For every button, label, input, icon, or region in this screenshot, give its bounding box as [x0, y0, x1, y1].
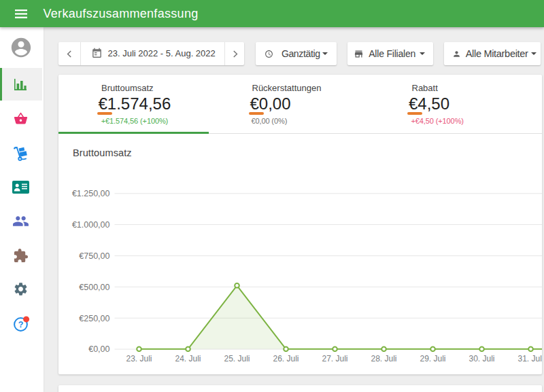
svg-text:€0,00: €0,00: [88, 344, 109, 354]
svg-text:€1.000,00: €1.000,00: [71, 220, 109, 230]
svg-text:26. Juli: 26. Juli: [273, 354, 299, 363]
svg-text:30. Juli: 30. Juli: [469, 354, 494, 363]
svg-text:31. Juli: 31. Juli: [517, 354, 542, 363]
svg-text:29. Juli: 29. Juli: [420, 354, 445, 363]
svg-text:27. Juli: 27. Juli: [322, 354, 347, 363]
svg-text:23. Juli: 23. Juli: [126, 354, 152, 363]
svg-text:?: ?: [18, 320, 24, 329]
svg-text:25. Juli: 25. Juli: [224, 354, 250, 363]
svg-text:€500,00: €500,00: [79, 283, 109, 292]
svg-text:28. Juli: 28. Juli: [371, 354, 396, 363]
svg-text:€250,00: €250,00: [79, 314, 109, 323]
svg-text:24. Juli: 24. Juli: [175, 354, 201, 363]
svg-text:€1.250,00: €1.250,00: [71, 189, 109, 198]
svg-text:€750,00: €750,00: [79, 251, 109, 261]
